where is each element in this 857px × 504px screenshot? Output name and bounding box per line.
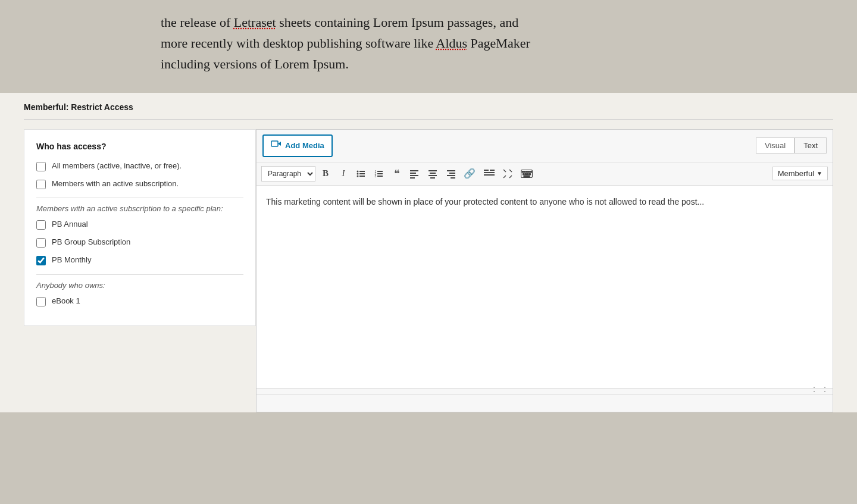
toolbar-link[interactable]: 🔗	[461, 166, 478, 181]
svg-rect-2	[359, 171, 365, 172]
svg-rect-19	[430, 173, 436, 174]
toolbar-align-center[interactable]	[425, 166, 440, 181]
label-pb-monthly[interactable]: PB Monthly	[52, 255, 91, 265]
option-pb-group[interactable]: PB Group Subscription	[36, 237, 243, 248]
svg-rect-0	[271, 141, 278, 146]
access-panel: Who has access? All members (active, ina…	[24, 129, 256, 326]
restrict-body: Who has access? All members (active, ina…	[24, 129, 833, 412]
svg-line-30	[503, 170, 506, 172]
svg-line-31	[509, 170, 512, 172]
svg-rect-24	[447, 175, 455, 176]
svg-rect-10	[377, 176, 383, 177]
svg-rect-41	[523, 173, 525, 175]
toolbar-unordered-list[interactable]	[354, 166, 369, 181]
tab-text[interactable]: Text	[795, 138, 826, 153]
memberful-chevron-icon: ▼	[817, 170, 822, 177]
editor-content-area[interactable]: This marketing content will be shown in …	[257, 186, 833, 388]
svg-rect-8	[377, 171, 383, 172]
svg-rect-45	[524, 176, 530, 177]
checkbox-pb-group[interactable]	[36, 238, 46, 248]
toolbar-align-right[interactable]	[443, 166, 458, 181]
add-media-button[interactable]: Add Media	[262, 134, 333, 157]
checkbox-pb-monthly[interactable]	[36, 256, 46, 265]
editor-footer	[257, 394, 833, 412]
toolbar-keyboard[interactable]	[518, 166, 536, 181]
svg-line-33	[509, 176, 512, 178]
aldus-word: Aldus	[436, 36, 468, 51]
checkbox-all-members[interactable]	[36, 162, 46, 171]
owns-subtitle: Anybody who owns:	[36, 274, 243, 290]
svg-rect-40	[530, 171, 532, 173]
checkbox-ebook1[interactable]	[36, 297, 46, 306]
option-pb-annual[interactable]: PB Annual	[36, 219, 243, 230]
svg-rect-20	[428, 175, 437, 176]
svg-rect-42	[525, 173, 527, 175]
restrict-title: Memberful: Restrict Access	[24, 102, 833, 120]
memberful-dropdown[interactable]: Memberful ▼	[772, 167, 828, 180]
svg-text:3: 3	[375, 174, 377, 177]
svg-point-5	[357, 170, 359, 172]
editor-topbar: Add Media Visual Text	[257, 130, 833, 162]
view-tabs: Visual Text	[756, 137, 827, 154]
toolbar-italic[interactable]: I	[336, 166, 351, 181]
svg-rect-29	[484, 174, 495, 176]
toolbar-bold[interactable]: B	[318, 166, 333, 181]
option-all-members[interactable]: All members (active, inactive, or free).	[36, 161, 243, 171]
svg-rect-21	[430, 177, 435, 179]
access-heading: Who has access?	[36, 142, 243, 151]
svg-rect-28	[484, 172, 495, 173]
restrict-access-section: Memberful: Restrict Access Who has acces…	[0, 93, 857, 412]
add-media-label: Add Media	[285, 141, 324, 150]
svg-rect-38	[526, 171, 528, 173]
add-media-icon	[271, 139, 282, 152]
editor-panel: Add Media Visual Text Paragraph Heading …	[256, 129, 833, 412]
svg-rect-26	[484, 170, 489, 171]
svg-rect-23	[449, 173, 455, 174]
toolbar-more[interactable]	[481, 166, 498, 181]
option-active-subscription[interactable]: Members with an active subscription.	[36, 179, 243, 189]
tab-visual[interactable]: Visual	[756, 138, 795, 153]
option-ebook1[interactable]: eBook 1	[36, 296, 243, 306]
svg-rect-36	[522, 171, 524, 173]
toolbar-ordered-list[interactable]: 123	[371, 166, 387, 181]
letraset-word: Letraset	[234, 15, 276, 30]
svg-rect-44	[529, 173, 531, 175]
svg-rect-39	[528, 171, 530, 173]
svg-rect-43	[527, 173, 529, 175]
label-ebook1[interactable]: eBook 1	[52, 296, 80, 306]
svg-rect-9	[377, 173, 383, 174]
label-pb-group[interactable]: PB Group Subscription	[52, 237, 130, 248]
svg-rect-22	[447, 170, 455, 171]
line3-text: including versions of Lorem Ipsum.	[161, 57, 349, 71]
svg-point-7	[357, 175, 359, 177]
toolbar-blockquote[interactable]: ❝	[389, 166, 405, 181]
svg-rect-25	[451, 177, 455, 179]
format-select[interactable]: Paragraph Heading 1 Heading 2 Heading 3	[261, 166, 315, 181]
label-pb-annual[interactable]: PB Annual	[52, 219, 88, 230]
top-content-area: the release of Letraset sheets containin…	[0, 0, 857, 93]
memberful-label: Memberful	[778, 169, 814, 178]
svg-rect-37	[524, 171, 526, 173]
label-all-members[interactable]: All members (active, inactive, or free).	[52, 161, 182, 171]
toolbar-align-left[interactable]	[407, 166, 423, 181]
svg-rect-27	[490, 170, 495, 171]
option-pb-monthly[interactable]: PB Monthly	[36, 255, 243, 265]
checkbox-active-subscription[interactable]	[36, 180, 46, 189]
toolbar-fullscreen[interactable]	[500, 166, 515, 181]
svg-rect-15	[410, 173, 416, 174]
svg-rect-14	[410, 170, 418, 171]
checkbox-pb-annual[interactable]	[36, 220, 46, 230]
label-active-subscription[interactable]: Members with an active subscription.	[52, 179, 179, 189]
editor-toolbar: Paragraph Heading 1 Heading 2 Heading 3 …	[257, 162, 833, 186]
plan-subtitle: Members with an active subscription to a…	[36, 198, 243, 213]
svg-rect-16	[410, 175, 418, 176]
svg-point-6	[357, 173, 359, 174]
svg-rect-4	[359, 176, 365, 177]
svg-rect-17	[410, 177, 415, 179]
editor-placeholder-text: This marketing content will be shown in …	[266, 197, 704, 206]
svg-line-32	[503, 176, 506, 178]
editor-resize-handle[interactable]: ⋮⋮	[257, 388, 833, 394]
svg-rect-3	[359, 173, 365, 174]
svg-rect-18	[428, 170, 437, 171]
top-paragraph: the release of Letraset sheets containin…	[161, 12, 696, 75]
